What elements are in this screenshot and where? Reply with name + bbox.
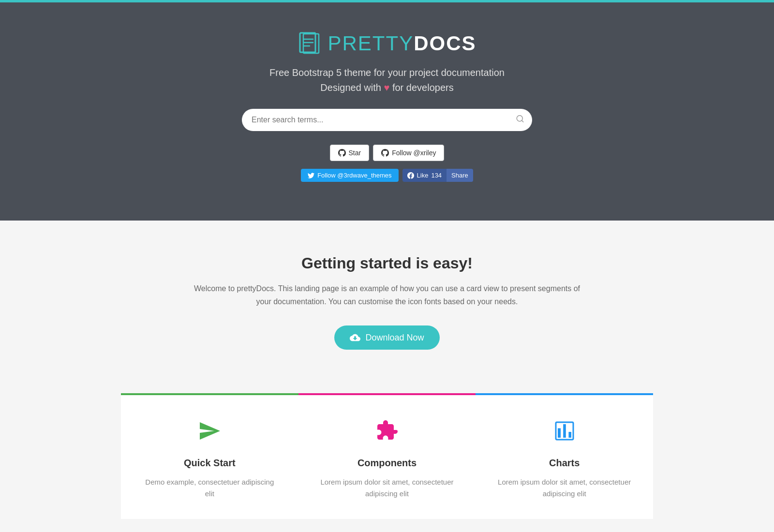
chart-icon <box>553 419 576 443</box>
getting-started-heading: Getting started is easy! <box>10 254 764 272</box>
charts-card: Charts Lorem ipsum dolor sit amet, conse… <box>476 393 653 519</box>
components-title: Components <box>318 458 457 469</box>
svg-line-6 <box>521 120 523 122</box>
cards-grid: Quick Start Demo example, consectetuer a… <box>121 393 653 519</box>
quick-start-description: Demo example, consectetuer adipiscing el… <box>140 476 279 500</box>
hero-sub: Designed with ♥ for developers <box>10 82 764 93</box>
download-now-button[interactable]: Download Now <box>334 325 439 350</box>
fb-share-label: Share <box>451 172 468 179</box>
github-follow-label: Follow @xriley <box>392 149 436 157</box>
send-icon <box>198 419 221 443</box>
github-star-button[interactable]: Star <box>330 145 370 161</box>
quick-start-icon <box>140 419 279 448</box>
cards-section: Quick Start Demo example, consectetuer a… <box>0 374 774 532</box>
github-star-label: Star <box>349 149 361 157</box>
logo-icon <box>298 31 322 56</box>
hero-section: PRETTYDOCS Free Bootstrap 5 theme for yo… <box>0 2 774 221</box>
github-follow-button[interactable]: Follow @xriley <box>373 145 444 161</box>
components-description: Lorem ipsum dolor sit amet, consectetuer… <box>318 476 457 500</box>
facebook-like-button[interactable]: Like 134 Share <box>402 169 473 182</box>
quick-start-card: Quick Start Demo example, consectetuer a… <box>121 393 298 519</box>
facebook-icon <box>407 172 414 179</box>
components-card: Components Lorem ipsum dolor sit amet, c… <box>298 393 476 519</box>
fb-like-label: Like <box>417 172 429 179</box>
getting-started-description: Welcome to prettyDocs. This landing page… <box>189 282 585 308</box>
charts-description: Lorem ipsum dolor sit amet, consectetuer… <box>495 476 634 500</box>
github-icon-2 <box>381 149 389 157</box>
quick-start-title: Quick Start <box>140 458 279 469</box>
twitter-follow-label: Follow @3rdwave_themes <box>317 172 391 179</box>
puzzle-icon <box>375 419 399 443</box>
charts-icon <box>495 419 634 448</box>
search-button[interactable] <box>516 115 524 126</box>
social-buttons: Follow @3rdwave_themes Like 134 Share <box>10 169 764 182</box>
search-container <box>242 109 532 131</box>
search-input[interactable] <box>242 109 532 131</box>
logo-area: PRETTYDOCS <box>10 31 764 56</box>
components-icon <box>318 419 457 448</box>
getting-started-section: Getting started is easy! Welcome to pret… <box>0 221 774 374</box>
logo-text: PRETTYDOCS <box>327 32 476 55</box>
cloud-download-icon <box>350 332 360 343</box>
github-icon <box>338 149 346 157</box>
twitter-follow-button[interactable]: Follow @3rdwave_themes <box>301 169 398 182</box>
github-buttons: Star Follow @xriley <box>10 145 764 161</box>
hero-tagline: Free Bootstrap 5 theme for your project … <box>10 67 764 78</box>
twitter-icon <box>308 172 314 179</box>
svg-rect-1 <box>303 34 319 53</box>
logo-bold-text: DOCS <box>414 32 476 55</box>
search-icon <box>516 115 524 123</box>
fb-like-count: 134 <box>431 172 442 179</box>
heart-icon: ♥ <box>384 82 392 93</box>
download-button-label: Download Now <box>365 333 424 343</box>
charts-title: Charts <box>495 458 634 469</box>
logo-light-text: PRETTY <box>327 32 414 55</box>
